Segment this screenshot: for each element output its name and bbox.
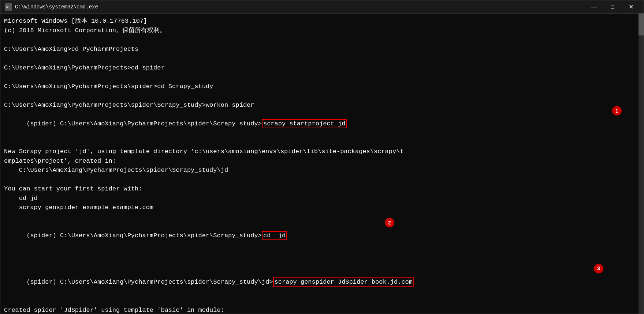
terminal-line: [4, 72, 640, 82]
window-icon: C:: [5, 3, 12, 11]
terminal-line: New Scrapy project 'jd', using template …: [4, 147, 640, 156]
terminal-prompt-2: (spider) C:\Users\AmoXiang\PycharmProjec…: [26, 232, 262, 239]
terminal-line: Microsoft Windows [版本 10.0.17763.107]: [4, 16, 640, 26]
terminal-line-highlighted-2: (spider) C:\Users\AmoXiang\PycharmProjec…: [4, 222, 640, 259]
close-button[interactable]: ✕: [622, 0, 639, 14]
terminal-line: [4, 212, 640, 222]
terminal-body[interactable]: Microsoft Windows [版本 10.0.17763.107] (c…: [0, 14, 644, 314]
annotation-badge-1: 1: [612, 106, 622, 116]
highlight-command-1: scrapy startproject jd: [262, 119, 347, 128]
terminal-prompt-3: (spider) C:\Users\AmoXiang\PycharmProjec…: [26, 279, 273, 285]
terminal-line: [4, 91, 640, 101]
terminal-prompt-1: (spider) C:\Users\AmoXiang\PycharmProjec…: [26, 120, 262, 127]
terminal-line: C:\Users\AmoXiang\PycharmProjects\spider…: [4, 82, 640, 91]
terminal-line-highlighted-1: (spider) C:\Users\AmoXiang\PycharmProjec…: [4, 110, 640, 147]
scrollbar-thumb[interactable]: [639, 14, 644, 35]
terminal-line: scrapy genspider example example.com: [4, 203, 640, 212]
terminal-line: [4, 54, 640, 63]
terminal-line: emplates\project', created in:: [4, 156, 640, 166]
highlight-command-2: cd jd: [262, 231, 287, 240]
terminal-line: C:\Users\AmoXiang\PycharmProjects>cd spi…: [4, 63, 640, 73]
terminal-line: You can start your first spider with:: [4, 184, 640, 194]
terminal-line: Created spider 'JdSpider' using template…: [4, 306, 640, 314]
annotation-badge-3: 3: [594, 264, 603, 273]
terminal-line: C:\Users\AmoXiang>cd PycharmProjects: [4, 45, 640, 54]
terminal-line: [4, 259, 640, 268]
window-title: C:\Windows\system32\cmd.exe: [15, 4, 586, 10]
minimize-button[interactable]: —: [586, 0, 603, 14]
highlight-command-3: scrapy genspider JdSpider book.jd.com: [273, 277, 414, 287]
terminal-line: cd jd: [4, 194, 640, 203]
cmd-window: C: C:\Windows\system32\cmd.exe — □ ✕ Mic…: [0, 0, 644, 314]
terminal-line: C:\Users\AmoXiang\PycharmProjects\spider…: [4, 101, 640, 110]
svg-text:C:: C:: [6, 5, 10, 9]
scrollbar[interactable]: [639, 14, 644, 314]
terminal-line: [4, 175, 640, 185]
title-bar: C: C:\Windows\system32\cmd.exe — □ ✕: [0, 0, 644, 14]
annotation-badge-2: 2: [385, 218, 394, 227]
terminal-line-highlighted-3: (spider) C:\Users\AmoXiang\PycharmProjec…: [4, 268, 640, 306]
window-controls: — □ ✕: [586, 0, 639, 14]
terminal-line: (c) 2018 Microsoft Corporation。保留所有权利。: [4, 26, 640, 35]
maximize-button[interactable]: □: [604, 0, 621, 14]
terminal-line: C:\Users\AmoXiang\PycharmProjects\spider…: [4, 166, 640, 175]
terminal-line: [4, 35, 640, 45]
